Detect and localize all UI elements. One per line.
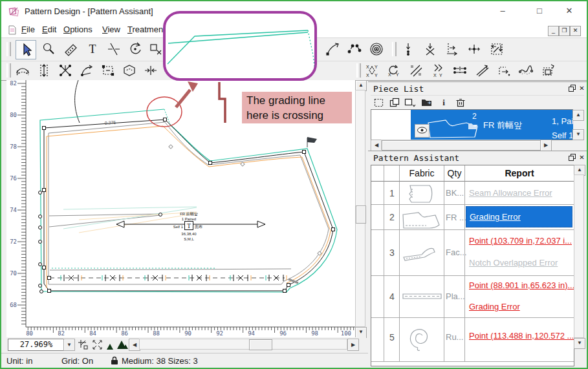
minimize-button[interactable]: –	[493, 3, 512, 19]
canvas-scroll-right[interactable]: ▶	[347, 339, 359, 351]
report-link-selected[interactable]: Grading Error	[470, 212, 521, 222]
close-button[interactable]: ✕	[560, 3, 579, 19]
report-link[interactable]: Notch Overlapped Error	[469, 258, 558, 268]
zoom-dropdown-button[interactable]: ▼	[63, 339, 75, 351]
status-sizes: Medium: 38 Sizes: 3	[122, 356, 198, 366]
info-icon[interactable]: i	[437, 96, 451, 109]
target-tool-icon[interactable]	[367, 40, 386, 58]
fabric-name: BK...	[446, 188, 464, 198]
piece-list-scroll-right[interactable]: ▶	[540, 140, 552, 151]
report-row-3[interactable]: 3 Fac... Point (103.709 in,72.037 i... N…	[371, 230, 574, 276]
selected-report-cell[interactable]: Grading Error	[466, 206, 572, 227]
vertical-measure-icon[interactable]	[34, 61, 54, 79]
arc-angle-icon[interactable]	[77, 61, 96, 79]
menu-file[interactable]: File	[21, 25, 35, 34]
fit-frame-icon[interactable]	[78, 339, 89, 353]
transform-box-icon[interactable]	[487, 40, 506, 58]
visibility-eye-icon[interactable]	[415, 124, 430, 138]
report-row-5[interactable]: 5 Ru... Point (113.488 in,120.572 ...	[371, 318, 574, 362]
rotate-tool-icon[interactable]	[125, 40, 145, 58]
canvas-scroll-down[interactable]: ▼	[355, 327, 367, 338]
svg-text:74: 74	[10, 207, 17, 213]
mdi-restore-button[interactable]: ❐	[559, 26, 570, 36]
menu-treatment[interactable]: Treatmen	[127, 25, 163, 34]
menu-edit[interactable]: Edit	[42, 25, 56, 34]
report-scroll-down[interactable]: ▼	[574, 338, 585, 349]
menu-view[interactable]: View	[102, 25, 120, 34]
hatch-remove-icon[interactable]	[406, 61, 426, 79]
copy-options-icon[interactable]	[403, 96, 417, 109]
piece-list-item[interactable]: 2 FR 前幅앞 1, Paired Self 1 面布 7	[411, 110, 573, 140]
svg-text:FR 前幅앞: FR 前幅앞	[180, 211, 198, 216]
mdi-close-button[interactable]: ✕	[570, 26, 581, 36]
zoom-tool-icon[interactable]	[39, 40, 58, 58]
svg-text:82: 82	[58, 330, 65, 337]
preview-large-icon[interactable]	[117, 339, 128, 352]
report-link[interactable]: Point (103.709 in,72.037 i...	[469, 236, 572, 246]
piece-list-scroll-up[interactable]: ▲	[572, 110, 584, 121]
burst-point-icon[interactable]	[56, 61, 75, 79]
canvas-hscroll-thumb[interactable]	[249, 339, 272, 350]
svg-text:84: 84	[89, 330, 96, 337]
zoom-extents-icon[interactable]	[92, 339, 103, 353]
header-fabric[interactable]: Fabric	[400, 165, 444, 182]
toolbar-grip[interactable]	[356, 63, 361, 78]
new-piece-icon[interactable]	[372, 96, 386, 109]
move-point-down-icon[interactable]	[398, 40, 418, 58]
preview-small-icon[interactable]	[106, 341, 115, 353]
cross-move-icon[interactable]	[472, 61, 492, 79]
report-row-2[interactable]: 2 FR ... Grading Error	[371, 205, 574, 230]
xy-grade-icon[interactable]: XYXY	[362, 61, 382, 79]
pattern-assistant-title: Pattern Assistant	[373, 153, 459, 165]
header-qty[interactable]: Qty	[444, 165, 465, 182]
move-cross-icon[interactable]	[464, 40, 484, 58]
float-panel-icon[interactable]	[568, 154, 576, 162]
marquee-select-icon[interactable]	[98, 61, 118, 79]
polygon-check-icon[interactable]	[120, 61, 139, 79]
float-panel-icon[interactable]	[568, 85, 576, 93]
delete-piece-icon[interactable]	[453, 96, 468, 109]
piece-list-hscroll-thumb[interactable]	[382, 140, 541, 151]
report-link[interactable]: Grading Error	[469, 302, 520, 311]
piece-list-scroll-down[interactable]: ▼	[572, 129, 584, 140]
row-number: 4	[389, 291, 395, 302]
report-vscroll-track[interactable]	[574, 174, 584, 338]
measure-tool-icon[interactable]	[61, 40, 81, 58]
report-row-1[interactable]: 1 BK... Seam Allowance Error	[371, 182, 574, 205]
rotate-xy-icon[interactable]: XY	[384, 61, 404, 79]
text-tool-icon[interactable]: T	[83, 40, 102, 58]
rotate-rect-icon[interactable]	[538, 61, 558, 79]
menu-options[interactable]: Options	[63, 25, 93, 34]
converge-arrows-icon[interactable]	[141, 61, 160, 79]
curve-tool-icon[interactable]	[323, 40, 342, 58]
toolbar-grip[interactable]	[6, 63, 11, 78]
shift-xy-icon[interactable]: XY	[428, 61, 448, 79]
report-link[interactable]: Seam Allowance Error	[469, 188, 552, 198]
piece-thumbnail-facing	[402, 243, 442, 266]
svg-text:76: 76	[10, 175, 17, 182]
report-link[interactable]: Point (88.901 in,65.623 in)...	[469, 280, 574, 290]
align-corner-icon[interactable]	[442, 40, 462, 58]
wave-edit-icon[interactable]	[516, 61, 536, 79]
trim-tool-icon[interactable]	[104, 40, 124, 58]
zoom-level-field[interactable]: 27.969%	[8, 339, 64, 351]
toolbar-grip[interactable]	[392, 42, 397, 56]
corner-snap-icon[interactable]	[494, 61, 514, 79]
parallel-lines-icon[interactable]	[450, 61, 470, 79]
close-panel-icon[interactable]: ✕	[578, 153, 586, 162]
open-folder-icon[interactable]	[420, 96, 434, 109]
header-report[interactable]: Report	[465, 165, 574, 182]
maximize-button[interactable]: □	[530, 3, 549, 19]
select-tool-icon[interactable]	[16, 40, 36, 59]
copy-piece-icon[interactable]	[387, 96, 402, 109]
canvas-hscroll-track[interactable]	[139, 339, 347, 350]
toolbar-grip[interactable]	[6, 42, 11, 56]
polyline-tool-icon[interactable]	[345, 40, 364, 58]
report-link[interactable]: Point (113.488 in,120.572 ...	[469, 331, 574, 341]
smooth-curve-icon[interactable]	[13, 61, 32, 79]
canvas-vscroll-thumb[interactable]	[356, 206, 366, 224]
mdi-minimize-button[interactable]: _	[548, 26, 559, 36]
report-row-4[interactable]: 4 Pla... Point (88.901 in,65.623 in)... …	[371, 276, 574, 318]
cross-point-icon[interactable]	[420, 40, 440, 58]
close-panel-icon[interactable]: ✕	[578, 84, 586, 92]
